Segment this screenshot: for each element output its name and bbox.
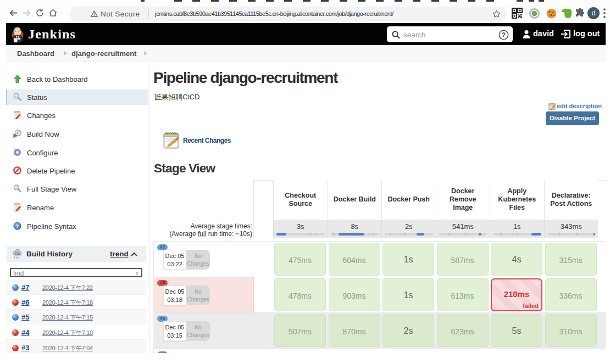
svg-text:?: ? xyxy=(15,223,19,229)
svg-text:?: ? xyxy=(502,31,506,39)
